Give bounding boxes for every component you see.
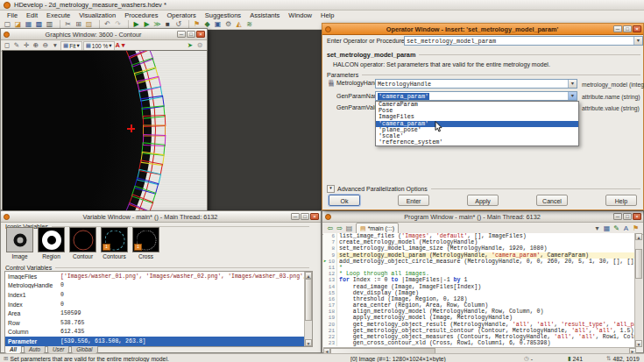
scroll-up-icon[interactable]: ▲: [635, 233, 642, 240]
bookmark-icon[interactable]: ⚑: [631, 224, 640, 233]
collapse-icon[interactable]: ▼: [327, 185, 335, 193]
open-icon[interactable]: ◪: [13, 20, 23, 29]
close-button[interactable]: ×: [196, 31, 205, 38]
export-icon[interactable]: ▩: [34, 20, 44, 29]
maximize-button[interactable]: □: [187, 31, 195, 38]
scroll-down-icon[interactable]: ▼: [635, 340, 642, 347]
font-color-select[interactable]: A ▾: [116, 41, 125, 50]
fit-zoom-select[interactable]: ▦Fit▾: [60, 41, 82, 51]
code-line-13[interactable]: 13for Index := 0 to |ImageFiles|-1 by 1: [323, 277, 636, 283]
print-icon[interactable]: ▥: [45, 20, 54, 29]
profile-icon[interactable]: ≋: [244, 20, 254, 29]
reset-icon[interactable]: ↺: [173, 20, 183, 29]
genparamname-dropdown[interactable]: CameraParamPoseImageFiles'camera_param''…: [375, 101, 579, 146]
operator-search-input[interactable]: set_metrology_model_param ▼: [404, 36, 643, 46]
menu-file[interactable]: File: [3, 11, 22, 19]
code-line-18[interactable]: 18 align_metrology_model (MetrologyHandl…: [323, 309, 636, 315]
window-icon[interactable]: ▤: [344, 224, 354, 233]
table-row-area[interactable]: Area150599: [5, 309, 312, 318]
code-line-15[interactable]: 15 dev_display (Image): [323, 290, 636, 296]
code-line-8[interactable]: 8set_metrology_model_image_size (Metrolo…: [323, 245, 636, 252]
step-over-icon[interactable]: ▶: [142, 20, 152, 29]
menu-help[interactable]: Help: [316, 11, 338, 19]
cancel-button[interactable]: Cancel: [536, 195, 568, 206]
dropdown-item[interactable]: CameraParam: [376, 102, 578, 108]
iconic-variable-contour[interactable]: Contour: [68, 227, 97, 259]
step-into-icon[interactable]: ≫: [152, 20, 162, 29]
chevron-down-icon[interactable]: ▼: [568, 92, 577, 100]
copy-icon[interactable]: ⊞: [74, 20, 83, 29]
iconic-variable-cross[interactable]: 1Cross: [131, 227, 160, 259]
graphics-window-titlebar[interactable]: Graphics Window: 3600 - Contour ─ □ ×: [1, 29, 207, 40]
table-row-imagefiles[interactable]: ImageFiles['Images/washer_01.png', 'Imag…: [5, 272, 312, 281]
zoom-in-icon[interactable]: ⊕: [32, 41, 40, 50]
measure-icon[interactable]: ◭: [234, 20, 244, 29]
code-line-19[interactable]: 19 apply_metrology_model (Image, Metrolo…: [323, 315, 636, 321]
minimize-button[interactable]: ─: [613, 25, 622, 32]
operator-window-titlebar[interactable]: Operator Window - Insert: 'set_metrology…: [322, 24, 643, 35]
graphics-canvas[interactable]: [2, 50, 208, 211]
table-row-row[interactable]: Row538.765: [5, 318, 312, 328]
close-button[interactable]: ×: [310, 213, 319, 220]
code-editor[interactable]: 6list_image_files ('Images', 'default', …: [323, 233, 636, 347]
iconic-variable-region[interactable]: Region: [37, 227, 66, 259]
maximize-button[interactable]: □: [623, 25, 632, 32]
chevron-down-icon[interactable]: ▼: [568, 80, 577, 88]
new-icon[interactable]: ▢: [3, 20, 12, 29]
code-line-9[interactable]: 9set_metrology_model_param (MetrologyHan…: [323, 252, 636, 259]
menu-procedures[interactable]: Procedures: [120, 11, 162, 19]
dropdown-item[interactable]: 'reference_system': [376, 139, 578, 146]
ok-button[interactable]: Ok: [329, 195, 360, 206]
forward-icon[interactable]: ⇨: [335, 224, 344, 233]
code-line-12[interactable]: 12* Loop through all images.: [323, 271, 636, 277]
variable-scrollbar[interactable]: ▲ ▼: [304, 272, 312, 346]
iconic-variable-image[interactable]: Image: [5, 227, 34, 259]
edit-icon[interactable]: ✎: [612, 224, 621, 233]
save-icon[interactable]: ▦: [24, 20, 33, 29]
genparamname-input[interactable]: 'camera_param' ▼: [375, 91, 577, 101]
code-line-14[interactable]: 14 read_image (Image, ImageFiles[Index]): [323, 284, 636, 290]
gear-icon[interactable]: ⚙: [223, 20, 233, 29]
table-row-metrologyhandle[interactable]: MetrologyHandle0: [5, 281, 312, 291]
iconic-variable-contours[interactable]: 1Contours: [100, 227, 129, 259]
menu-execute[interactable]: Execute: [42, 11, 74, 19]
table-row-index1[interactable]: Index10: [5, 290, 312, 300]
window-icon[interactable]: ▣: [213, 20, 223, 29]
code-line-16[interactable]: 16 threshold (Image, Region, 0, 128): [323, 296, 636, 302]
table-row-column[interactable]: Column612.435: [5, 328, 312, 337]
scroll-down-icon[interactable]: ▼: [305, 339, 312, 346]
find-icon[interactable]: A: [621, 224, 631, 233]
code-line-17[interactable]: 17 area_center (Region, Area, Row, Colum…: [323, 302, 636, 309]
close-button[interactable]: ×: [633, 25, 641, 32]
minimize-button[interactable]: ─: [613, 213, 622, 220]
zoom-out-icon[interactable]: ⊖: [41, 41, 50, 50]
gear-icon[interactable]: ⚙: [195, 41, 204, 50]
scroll-up-icon[interactable]: ▲: [305, 272, 312, 279]
zoom-level-select[interactable]: ▦100 %▾: [83, 41, 115, 51]
save-icon[interactable]: ▦: [602, 224, 612, 233]
enter-button[interactable]: Enter: [398, 195, 429, 206]
paste-icon[interactable]: ▨: [84, 20, 94, 29]
menu-operators[interactable]: Operators: [162, 11, 200, 19]
move-icon[interactable]: ✛: [22, 41, 31, 50]
redo-icon[interactable]: ↷: [113, 20, 123, 29]
menu-edit[interactable]: Edit: [22, 11, 42, 19]
menu-window[interactable]: Window: [284, 11, 316, 19]
stop-icon[interactable]: ■: [163, 20, 173, 29]
table-row-parameter[interactable]: Parameter[539.556, 613.508, 263.8]: [5, 337, 312, 346]
code-line-21[interactable]: 21 get_metrology_object_result_contour (…: [323, 328, 636, 334]
assistant-icon[interactable]: ◆: [202, 20, 212, 29]
maximize-button[interactable]: □: [623, 213, 632, 220]
menu-assistants[interactable]: Assistants: [245, 11, 284, 19]
menu-visualization[interactable]: Visualization: [74, 11, 120, 19]
variable-window-titlebar[interactable]: Variable Window - main* () - Main Thread…: [1, 211, 321, 223]
minimize-button[interactable]: ─: [291, 213, 300, 220]
minimize-button[interactable]: ─: [177, 31, 186, 38]
run-icon[interactable]: ▶: [131, 20, 141, 29]
caret-icon[interactable]: ▾: [592, 224, 602, 233]
maximize-button[interactable]: □: [301, 213, 309, 220]
menu-suggestions[interactable]: Suggestions: [201, 11, 245, 19]
code-line-23[interactable]: 23 gen_cross_contour_xld (Cross, Row1, C…: [323, 340, 636, 346]
help-button[interactable]: Help: [605, 195, 637, 206]
code-line-10[interactable]: ➤10add_metrology_object_circle_measure (…: [323, 259, 636, 265]
